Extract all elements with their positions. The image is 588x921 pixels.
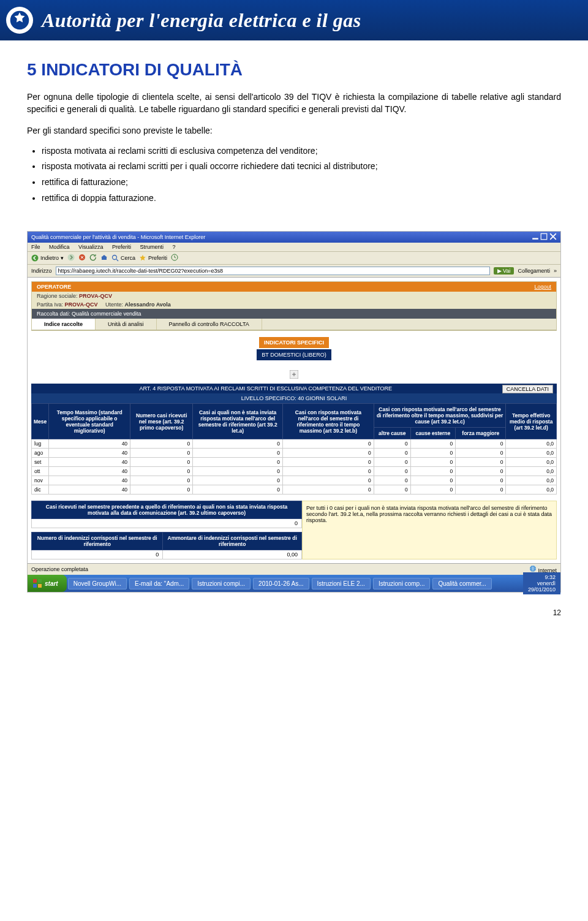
cell-value: 0 bbox=[283, 467, 374, 476]
cell-value: 0 bbox=[456, 439, 506, 449]
cell-value: 0 bbox=[456, 467, 506, 476]
data-table: Mese Tempo Massimo (standard specifico a… bbox=[31, 403, 557, 495]
cell-value: 0 bbox=[410, 467, 455, 476]
window-controls[interactable] bbox=[532, 233, 557, 241]
system-tray[interactable]: 9:32 venerdì 29/01/2010 bbox=[523, 572, 560, 594]
taskbar-item[interactable]: Istruzioni comp... bbox=[373, 578, 431, 589]
page-number: 12 bbox=[0, 605, 588, 628]
taskbar-item[interactable]: Novell GroupWi... bbox=[68, 578, 127, 589]
expand-icon[interactable] bbox=[31, 366, 557, 384]
menu-edit[interactable]: Modifica bbox=[49, 244, 70, 250]
list-item: risposta motivata ai reclami scritti di … bbox=[42, 145, 561, 157]
indicatori-sub: BT DOMESTICI (LIBERO) bbox=[257, 349, 331, 360]
col-tempo-max: Tempo Massimo (standard specifico applic… bbox=[49, 404, 130, 439]
svg-point-3 bbox=[32, 255, 39, 262]
col-nonrisposta: Casi ai quali non è stata inviata rispos… bbox=[193, 404, 283, 439]
taskbar-item[interactable]: Qualità commer... bbox=[432, 578, 491, 589]
paragraph-1: Per ognuna delle tipologie di clientela … bbox=[27, 91, 561, 116]
cell-value: 0 bbox=[410, 458, 455, 467]
status-bar: Operazione completata Internet bbox=[28, 563, 560, 575]
list-item: rettifica di fatturazione; bbox=[42, 176, 561, 189]
cell-value: 0 bbox=[283, 439, 374, 449]
cell-value: 0,0 bbox=[506, 449, 557, 458]
cancella-button[interactable]: CANCELLA DATI bbox=[502, 385, 553, 393]
links-label: Collegamenti bbox=[518, 268, 550, 274]
clock-day: venerdì bbox=[528, 580, 556, 586]
cell-value: 0 bbox=[374, 458, 410, 467]
col-group: Casi con risposta motivata nell'arco del… bbox=[374, 404, 506, 428]
piva-label: Partita Iva: bbox=[37, 301, 63, 308]
cell-mese: dic bbox=[32, 485, 49, 495]
block-title: INDICATORI SPECIFICI BT DOMESTICI (LIBER… bbox=[31, 331, 557, 366]
col-forza: forza maggiore bbox=[456, 428, 506, 439]
bullet-list: risposta motivata ai reclami scritti di … bbox=[42, 145, 561, 204]
cell-value: 0 bbox=[410, 476, 455, 485]
menu-help[interactable]: ? bbox=[173, 244, 176, 250]
menu-bar[interactable]: File Modifica Visualizza Preferiti Strum… bbox=[28, 243, 560, 252]
go-button[interactable]: ▶ Vai bbox=[494, 267, 514, 275]
cell-value: 0 bbox=[374, 467, 410, 476]
back-button[interactable]: Indietro ▾ bbox=[31, 254, 64, 262]
clock-date: 29/01/2010 bbox=[528, 586, 556, 593]
url-input[interactable] bbox=[56, 267, 490, 275]
cell-value: 0 bbox=[193, 458, 283, 467]
logout-link[interactable]: Logout bbox=[534, 284, 551, 290]
cell-value: 0 bbox=[193, 439, 283, 449]
svg-rect-2 bbox=[541, 233, 548, 240]
utente-label: Utente: bbox=[105, 301, 123, 308]
taskbar-item[interactable]: Istruzioni ELE 2... bbox=[312, 578, 371, 589]
history-icon[interactable] bbox=[171, 254, 178, 262]
window-title: Qualità commerciale per l'attività di ve… bbox=[31, 234, 205, 240]
warning-note: Per tutti i 0 casi per i quali non è sta… bbox=[302, 501, 557, 559]
favorites-button[interactable]: Preferiti bbox=[139, 254, 167, 262]
menu-view[interactable]: Visualizza bbox=[78, 244, 103, 250]
cell-value: 0 bbox=[283, 476, 374, 485]
taskbar-item[interactable]: Istruzioni compi... bbox=[192, 578, 251, 589]
cell-value: 40 bbox=[49, 449, 130, 458]
cell-value: 0 bbox=[130, 476, 193, 485]
cell-mese: ago bbox=[32, 449, 49, 458]
cell-value: 0 bbox=[374, 476, 410, 485]
cell-mese: lug bbox=[32, 439, 49, 449]
left-value: 0 bbox=[32, 519, 302, 528]
forward-button[interactable] bbox=[67, 254, 75, 262]
col-numero: Numero casi ricevuti nel mese (art. 39.2… bbox=[130, 404, 193, 439]
search-button[interactable]: Cerca bbox=[111, 254, 135, 262]
col-esterne: cause esterne bbox=[410, 428, 455, 439]
cell-value: 40 bbox=[49, 458, 130, 467]
screenshot: Qualità commerciale per l'attività di ve… bbox=[27, 231, 561, 593]
stop-icon[interactable] bbox=[78, 254, 86, 262]
home-icon[interactable] bbox=[100, 254, 108, 262]
document-content: 5 INDICATORI DI QUALITÀ Per ognuna delle… bbox=[0, 40, 588, 219]
taskbar-item[interactable]: E-mail da: "Adm... bbox=[129, 578, 189, 589]
amm-value: 0,00 bbox=[163, 550, 302, 559]
tab-pannello[interactable]: Pannello di controllo RACCOLTA bbox=[157, 319, 262, 330]
tab-indice[interactable]: Indice raccolte bbox=[32, 319, 96, 330]
svg-rect-12 bbox=[33, 584, 37, 588]
tab-panel: Indice raccolte Unità di analisi Pannell… bbox=[32, 319, 556, 330]
cell-mese: nov bbox=[32, 476, 49, 485]
menu-favorites[interactable]: Preferiti bbox=[112, 244, 131, 250]
start-button[interactable]: start bbox=[28, 575, 67, 592]
col-tempo-eff: Tempo effettivo medio di risposta (art 3… bbox=[506, 404, 557, 439]
svg-point-6 bbox=[113, 256, 117, 260]
authority-title: Autorità per l'energia elettrica e il ga… bbox=[42, 9, 361, 32]
ind-header: Numero di indennizzi corrisposti nel sem… bbox=[32, 533, 163, 550]
cell-value: 0 bbox=[374, 439, 410, 449]
utente-value: Alessandro Avola bbox=[124, 301, 170, 308]
table-sub: LIVELLO SPECIFICO: 40 GIORNI SOLARI bbox=[31, 393, 557, 403]
tab-unita[interactable]: Unità di analisi bbox=[96, 319, 157, 330]
ragione-value: PROVA-QCV bbox=[79, 293, 112, 299]
taskbar-item[interactable]: 2010-01-26 As... bbox=[253, 578, 309, 589]
cell-value: 0,0 bbox=[506, 485, 557, 495]
cell-value: 0 bbox=[410, 439, 455, 449]
menu-tools[interactable]: Strumenti bbox=[140, 244, 164, 250]
cell-value: 40 bbox=[49, 439, 130, 449]
list-item: rettifica di doppia fatturazione. bbox=[42, 192, 561, 205]
cell-value: 0 bbox=[410, 449, 455, 458]
menu-file[interactable]: File bbox=[31, 244, 40, 250]
refresh-icon[interactable] bbox=[89, 254, 97, 262]
operatore-label: OPERATORE bbox=[37, 284, 71, 290]
cell-value: 0 bbox=[456, 449, 506, 458]
address-label: Indirizzo bbox=[31, 268, 52, 274]
